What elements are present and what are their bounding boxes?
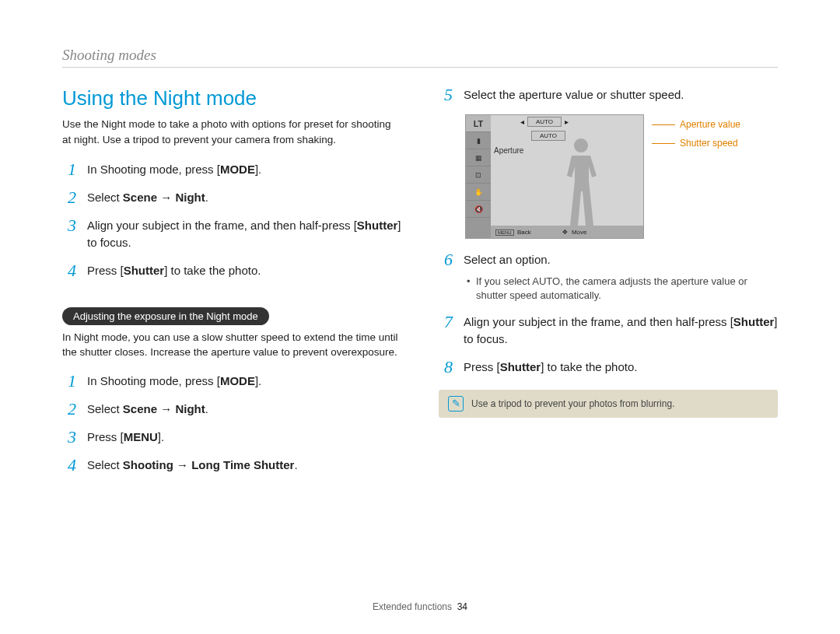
dpad-icon: ✥ [562, 229, 568, 236]
step-7: 7 Align your subject in the frame, and t… [439, 313, 778, 348]
step-number: 3 [62, 217, 76, 234]
move-label: Move [572, 229, 587, 236]
page-title: Using the Night mode [62, 86, 401, 110]
step-text: Align your subject in the frame, and the… [464, 313, 778, 348]
legend-shutter: Shutter speed [652, 138, 740, 149]
intro-paragraph: Use the Night mode to take a photo with … [62, 117, 401, 147]
step-text: Press [MENU]. [87, 429, 401, 446]
breadcrumb: Shooting modes [62, 47, 778, 68]
left-column: Using the Night mode Use the Night mode … [62, 86, 401, 485]
back-label: Back [517, 229, 531, 236]
step-text: Select an option. [464, 251, 778, 268]
camera-screenshot-wrap: LT ▮ ▦ ⊡ ✋ 🔇 ◂ AUTO ▸ AUTO Ap [465, 114, 778, 239]
step-1a: 1 In Shooting mode, press [MODE]. [62, 161, 401, 178]
step-6: 6 Select an option. [439, 251, 778, 268]
legend-line-icon [652, 143, 675, 144]
step-text: Press [Shutter] to take the photo. [464, 359, 778, 376]
camera-screen: LT ▮ ▦ ⊡ ✋ 🔇 ◂ AUTO ▸ AUTO Ap [465, 114, 644, 239]
sidebar-focus-icon: ⊡ [466, 166, 491, 184]
right-arrow-icon: ▸ [565, 117, 569, 126]
left-arrow-icon: ◂ [520, 117, 524, 126]
sidebar-lt-icon: LT [466, 115, 491, 132]
step-text: In Shooting mode, press [MODE]. [87, 373, 401, 390]
sidebar-m-icon: ▮ [466, 132, 491, 149]
step-number: 2 [62, 189, 76, 206]
step-text: Select Scene → Night. [87, 401, 401, 418]
subheading-pill: Adjusting the exposure in the Night mode [62, 307, 269, 325]
move-group: ✥ Move [562, 229, 587, 236]
footer-section-label: Extended functions [373, 601, 452, 612]
sidebar-off-icon: 🔇 [466, 201, 491, 218]
page-footer: Extended functions 34 [0, 601, 840, 612]
step-3b: 3 Press [MENU]. [62, 429, 401, 446]
step-number: 4 [62, 262, 76, 279]
camera-top-controls: ◂ AUTO ▸ [520, 117, 569, 127]
step-number: 1 [62, 161, 76, 178]
step-text: Align your subject in the frame, and the… [87, 217, 401, 251]
step-text: Select Scene → Night. [87, 189, 401, 206]
step-number: 8 [439, 359, 453, 376]
menu-icon: MENU [495, 229, 514, 236]
screenshot-legend: Aperture value Shutter speed [652, 119, 740, 149]
step-text: Select Shooting → Long Time Shutter. [87, 457, 401, 474]
step-number: 2 [62, 401, 76, 418]
step-3a: 3 Align your subject in the frame, and t… [62, 217, 401, 251]
step-number: 4 [62, 457, 76, 474]
camera-sidebar: LT ▮ ▦ ⊡ ✋ 🔇 [466, 115, 491, 238]
step-4b: 4 Select Shooting → Long Time Shutter. [62, 457, 401, 474]
aperture-label: Aperture [494, 146, 523, 155]
camera-bottom-bar: MENU Back ✥ Move [491, 226, 643, 238]
menu-back-group: MENU Back [495, 229, 531, 236]
sidebar-grid-icon: ▦ [466, 149, 491, 166]
step-2b: 2 Select Scene → Night. [62, 401, 401, 418]
right-column: 5 Select the aperture value or shutter s… [439, 86, 778, 485]
step-text: Press [Shutter] to take the photo. [87, 262, 401, 279]
step-text: In Shooting mode, press [MODE]. [87, 161, 401, 178]
legend-aperture: Aperture value [652, 119, 740, 130]
two-column-layout: Using the Night mode Use the Night mode … [62, 86, 778, 485]
step-6-bullet: If you select AUTO, the camera adjusts t… [467, 275, 778, 303]
aperture-auto-value: AUTO [527, 117, 562, 127]
step-5: 5 Select the aperture value or shutter s… [439, 86, 778, 103]
legend-aperture-label: Aperture value [680, 119, 740, 130]
step-number: 6 [439, 251, 453, 268]
subheading-note: In Night mode, you can use a slow shutte… [62, 330, 401, 360]
page-number: 34 [457, 601, 467, 612]
step-number: 7 [439, 313, 453, 331]
tip-text: Use a tripod to prevent your photos from… [471, 398, 674, 409]
step-number: 5 [439, 86, 453, 103]
step-1b: 1 In Shooting mode, press [MODE]. [62, 373, 401, 390]
step-number: 3 [62, 429, 76, 446]
step-text: Select the aperture value or shutter spe… [464, 86, 778, 103]
legend-line-icon [652, 124, 675, 125]
legend-shutter-label: Shutter speed [680, 138, 738, 149]
note-icon: ✎ [448, 396, 464, 412]
step-4a: 4 Press [Shutter] to take the photo. [62, 262, 401, 279]
step-8: 8 Press [Shutter] to take the photo. [439, 359, 778, 376]
sidebar-hand-icon: ✋ [466, 184, 491, 201]
step-2a: 2 Select Scene → Night. [62, 189, 401, 206]
step-number: 1 [62, 373, 76, 390]
tip-box: ✎ Use a tripod to prevent your photos fr… [439, 390, 778, 418]
person-silhouette-icon [558, 138, 604, 227]
camera-main-area: ◂ AUTO ▸ AUTO Aperture MENU Back [491, 115, 643, 238]
